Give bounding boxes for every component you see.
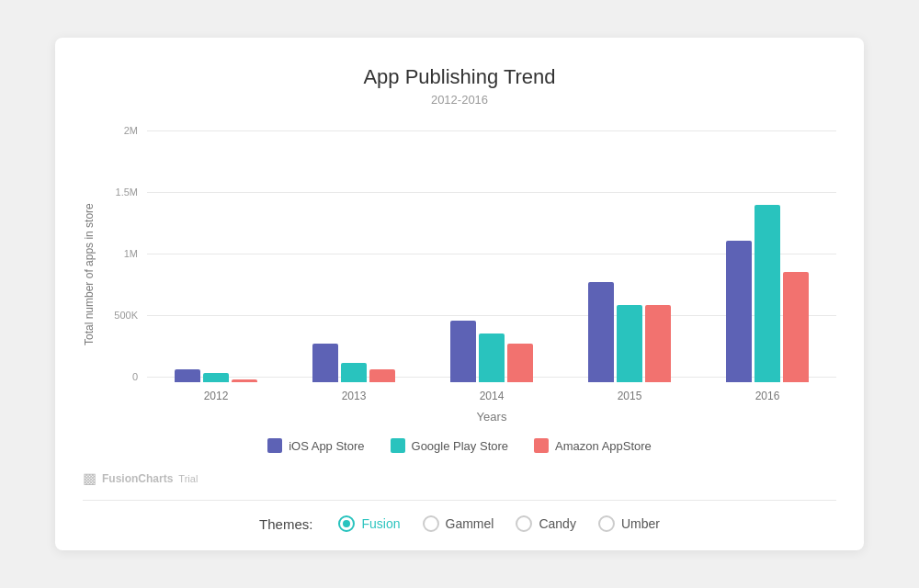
year-group-2014 xyxy=(450,321,533,382)
bar-amazon-2013 xyxy=(369,369,395,382)
grid-label-15m: 1.5M xyxy=(103,187,138,198)
bar-amazon-2015 xyxy=(645,305,671,382)
grid-label-1m: 1M xyxy=(103,248,138,259)
themes-label: Themes: xyxy=(259,516,312,532)
chart-subtitle: 2012-2016 xyxy=(83,93,836,107)
x-label-2015: 2015 xyxy=(588,390,671,402)
bar-ios-2012 xyxy=(175,369,200,382)
legend-item-google: Google Play Store xyxy=(391,438,509,453)
theme-name-gammel: Gammel xyxy=(446,516,494,531)
x-label-2013: 2013 xyxy=(312,390,395,402)
radio-inner-fusion xyxy=(343,520,350,527)
x-label-2012: 2012 xyxy=(175,390,257,402)
grid-label-500k: 500K xyxy=(103,310,138,321)
x-label-2014: 2014 xyxy=(450,390,533,402)
chart-inner: 2M 1.5M 1M 500K 0 20122013201420152016 Y… xyxy=(103,125,836,424)
bar-google-2012 xyxy=(203,373,229,382)
bar-amazon-2016 xyxy=(783,272,809,382)
bar-google-2013 xyxy=(341,363,367,382)
legend-label-ios: iOS App Store xyxy=(289,439,364,453)
bar-ios-2013 xyxy=(312,344,338,382)
bar-ios-2015 xyxy=(588,282,614,382)
legend: iOS App Store Google Play Store Amazon A… xyxy=(83,438,836,460)
bar-ios-2014 xyxy=(450,321,476,382)
legend-color-amazon xyxy=(534,438,549,453)
theme-option-candy[interactable]: Candy xyxy=(516,515,575,532)
theme-name-fusion: Fusion xyxy=(361,516,400,531)
grid-label-2m: 2M xyxy=(103,125,138,136)
bar-amazon-2014 xyxy=(507,344,533,382)
bar-ios-2016 xyxy=(726,241,752,382)
year-group-2015 xyxy=(588,282,671,382)
watermark-icon: ▩ xyxy=(83,469,96,487)
grid-label-0: 0 xyxy=(103,371,138,382)
legend-item-ios: iOS App Store xyxy=(267,438,364,453)
x-label-2016: 2016 xyxy=(726,390,809,402)
legend-label-amazon: Amazon AppStore xyxy=(555,439,652,453)
radio-umber[interactable] xyxy=(598,515,615,532)
legend-label-google: Google Play Store xyxy=(412,439,509,453)
bar-google-2015 xyxy=(617,305,642,382)
theme-option-umber[interactable]: Umber xyxy=(598,515,660,532)
radio-fusion[interactable] xyxy=(338,515,355,532)
bar-google-2014 xyxy=(479,334,505,382)
themes-row: Themes: Fusion Gammel Candy Umber xyxy=(83,515,836,532)
year-group-2016 xyxy=(726,205,809,382)
x-axis-title: Years xyxy=(103,410,836,424)
bars-container xyxy=(147,125,836,382)
x-axis: 20122013201420152016 xyxy=(103,390,836,402)
legend-color-ios xyxy=(267,438,282,453)
y-axis-label: Total number of apps in store xyxy=(83,125,96,424)
radio-gammel[interactable] xyxy=(423,515,439,532)
radio-candy[interactable] xyxy=(516,515,532,532)
legend-color-google xyxy=(391,438,405,453)
theme-option-gammel[interactable]: Gammel xyxy=(423,515,494,532)
watermark: ▩ FusionCharts Trial xyxy=(83,469,836,487)
year-group-2013 xyxy=(312,344,395,382)
legend-item-amazon: Amazon AppStore xyxy=(534,438,652,453)
watermark-trial: Trial xyxy=(178,473,198,484)
grid-and-bars: 2M 1.5M 1M 500K 0 xyxy=(103,125,836,382)
theme-name-umber: Umber xyxy=(621,516,660,531)
year-group-2012 xyxy=(175,369,257,382)
watermark-text: FusionCharts xyxy=(102,472,173,485)
chart-title: App Publishing Trend xyxy=(83,65,836,89)
bar-google-2016 xyxy=(754,205,780,382)
bar-amazon-2012 xyxy=(232,379,257,382)
theme-name-candy: Candy xyxy=(539,516,575,531)
theme-option-fusion[interactable]: Fusion xyxy=(338,515,400,532)
divider xyxy=(83,500,836,501)
chart-area: Total number of apps in store 2M 1.5M 1M… xyxy=(83,125,836,424)
chart-card: App Publishing Trend 2012-2016 Total num… xyxy=(55,38,864,550)
